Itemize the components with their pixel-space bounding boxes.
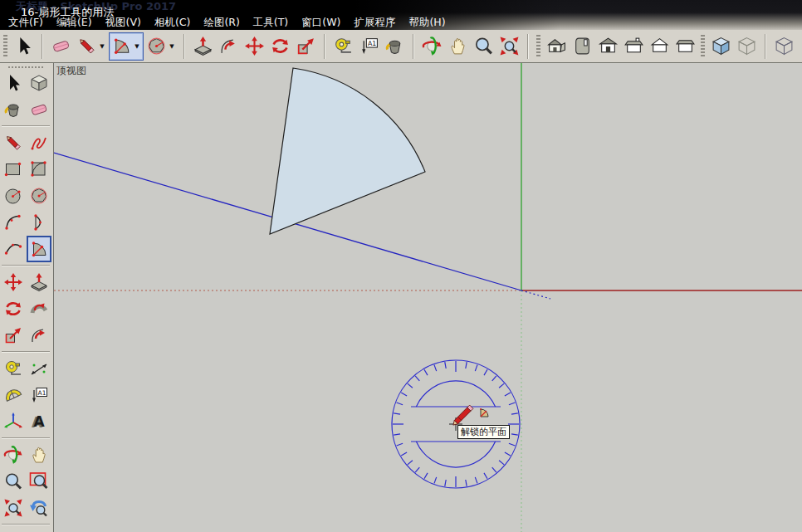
protractor-button[interactable] <box>1 382 26 408</box>
move-button[interactable] <box>242 32 267 61</box>
toolbar-drag-handle[interactable] <box>3 35 7 58</box>
menu-item-3[interactable]: 相机(C) <box>148 15 197 30</box>
right-view-icon <box>624 36 644 56</box>
text-button[interactable]: A1 <box>27 382 51 408</box>
follow-me-button[interactable] <box>27 295 51 322</box>
shaded-cube-icon <box>711 36 731 56</box>
pan-button[interactable] <box>445 32 471 61</box>
previous-view-button[interactable] <box>27 495 51 521</box>
rectangle-button[interactable] <box>1 156 26 183</box>
dropdown-arrow-icon[interactable]: ▼ <box>98 43 106 50</box>
paint-bucket-icon <box>3 100 23 120</box>
menu-item-7[interactable]: 扩展程序 <box>347 15 402 30</box>
x-ray-cube-button[interactable] <box>771 32 797 61</box>
offset-button[interactable] <box>216 32 242 61</box>
tape-measure-icon <box>333 36 354 56</box>
menu-item-4[interactable]: 绘图(R) <box>197 15 246 30</box>
scale-button[interactable] <box>1 322 26 349</box>
back-view-icon <box>649 36 670 56</box>
right-view-button[interactable] <box>621 32 647 61</box>
three-point-arc-button[interactable] <box>1 236 26 262</box>
arc-button[interactable] <box>1 209 26 236</box>
toolbar-separator <box>183 34 185 59</box>
zoom-extents-button[interactable] <box>496 32 522 61</box>
video-overlay-title: 16-扇形工具的用法 <box>21 5 114 20</box>
shaded-cube-button[interactable] <box>708 32 734 61</box>
pie-cursor-glyph <box>480 408 488 417</box>
push-pull-button[interactable] <box>190 32 216 61</box>
front-view-icon <box>598 36 619 56</box>
select-button[interactable] <box>1 70 26 96</box>
scale-button[interactable] <box>293 32 319 61</box>
line-button[interactable] <box>1 129 26 156</box>
rotate-button[interactable] <box>1 295 26 322</box>
shapes-button[interactable]: ▼ <box>144 32 178 61</box>
drawing-canvas[interactable]: 顶视图 解锁的平面 <box>54 63 802 532</box>
offset-button[interactable] <box>27 322 51 349</box>
paint-bucket-button[interactable] <box>1 96 26 123</box>
circle-button[interactable] <box>1 183 26 209</box>
make-component-button[interactable] <box>27 70 51 96</box>
menu-item-5[interactable]: 工具(T) <box>247 15 295 30</box>
toolbar-separator <box>324 34 325 59</box>
rotated-rectangle-button[interactable] <box>27 156 51 183</box>
eraser-button[interactable] <box>48 32 74 61</box>
select-button[interactable] <box>11 32 37 61</box>
freehand-button[interactable] <box>27 129 51 156</box>
pie-button[interactable] <box>27 236 51 262</box>
pencil-cursor <box>452 405 473 427</box>
text-button[interactable]: A1 <box>356 32 382 61</box>
paint-bucket-button[interactable] <box>382 32 408 61</box>
orbit-button[interactable] <box>1 442 26 468</box>
back-view-button[interactable] <box>647 32 672 61</box>
move-button[interactable] <box>1 269 26 295</box>
wireframe-cube-button[interactable] <box>734 32 760 61</box>
tape-measure-button[interactable] <box>330 32 356 61</box>
toolbar-drag-handle[interactable] <box>701 35 705 58</box>
pie-button[interactable]: ▼ <box>109 32 144 61</box>
titlebar-and-menubar: 无标题 - SketchUp Pro 2017 16-扇形工具的用法 文件(F)… <box>0 0 802 30</box>
dropdown-arrow-icon[interactable]: ▼ <box>133 43 141 50</box>
model-viewport <box>54 63 802 532</box>
top-view-button[interactable] <box>570 32 595 61</box>
toolbar-separator <box>413 34 414 59</box>
menu-item-6[interactable]: 窗口(W) <box>295 15 347 30</box>
line-icon <box>76 36 97 56</box>
menu-item-8[interactable]: 帮助(H) <box>402 15 452 30</box>
toolbar-separator <box>2 521 50 528</box>
walk-button[interactable] <box>27 528 51 532</box>
dimension-icon <box>29 359 49 378</box>
arc-icon <box>3 212 23 232</box>
zoom-extents-icon <box>3 498 23 518</box>
eraser-button[interactable] <box>27 96 51 123</box>
push-pull-button[interactable] <box>27 269 51 295</box>
pan-icon <box>29 445 49 465</box>
left-view-button[interactable] <box>672 32 698 61</box>
zoom-window-button[interactable] <box>27 468 51 495</box>
offset-icon <box>29 325 49 345</box>
toolbar-drag-handle[interactable] <box>536 35 540 58</box>
orbit-button[interactable] <box>419 32 445 61</box>
toolbar-separator <box>765 34 766 59</box>
dimension-button[interactable] <box>27 355 51 382</box>
position-camera-button[interactable] <box>1 528 26 532</box>
two-point-arc-button[interactable] <box>27 209 51 236</box>
pan-button[interactable] <box>27 442 51 468</box>
3d-text-button[interactable]: AA <box>27 408 51 435</box>
x-ray-cube-icon <box>774 36 795 56</box>
zoom-button[interactable] <box>471 32 496 61</box>
top-view-icon <box>572 36 593 56</box>
line-button[interactable]: ▼ <box>74 32 109 61</box>
rotate-button[interactable] <box>267 32 293 61</box>
pie-sector-shape[interactable] <box>270 68 425 234</box>
dropdown-arrow-icon[interactable]: ▼ <box>168 43 176 50</box>
3d-text-icon: AA <box>29 412 49 432</box>
paint-bucket-icon <box>384 36 405 56</box>
front-view-button[interactable] <box>595 32 621 61</box>
zoom-button[interactable] <box>1 468 26 495</box>
axes-button[interactable] <box>1 408 26 435</box>
zoom-extents-button[interactable] <box>1 495 26 521</box>
tape-measure-button[interactable] <box>1 355 26 382</box>
polygon-button[interactable] <box>27 183 51 209</box>
iso-view-button[interactable] <box>544 32 570 61</box>
